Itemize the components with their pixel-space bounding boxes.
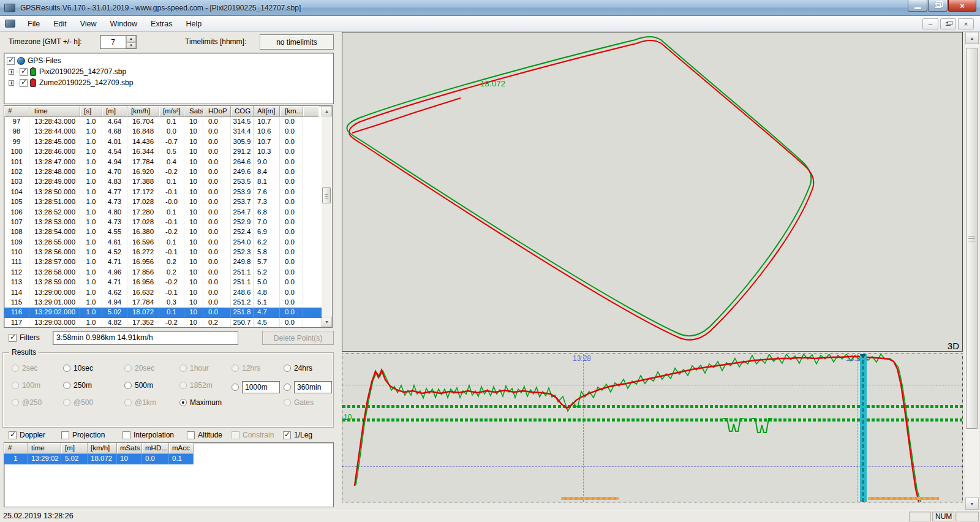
- table-scrollbar[interactable]: ▲ ▼: [322, 106, 332, 327]
- radio-icon[interactable]: [232, 365, 239, 372]
- radio-360min[interactable]: 360min: [284, 381, 332, 393]
- delete-points-button[interactable]: Delete Point(s): [262, 331, 334, 345]
- column-header[interactable]: COG: [231, 106, 254, 117]
- menu-edit[interactable]: Edit: [47, 17, 74, 31]
- timezone-spinner[interactable]: 7 ▲ ▼: [100, 35, 137, 49]
- radio-icon[interactable]: [284, 365, 291, 372]
- close-button[interactable]: ×: [948, 0, 976, 12]
- tree-file-item[interactable]: Pixi20190225_142707.sbp: [7, 66, 331, 77]
- radio-icon[interactable]: [63, 365, 70, 372]
- table-row[interactable]: 9913:28:45.0001.04.0114.436-0.7100.0305.…: [4, 137, 332, 147]
- scroll-down-icon[interactable]: ▼: [322, 317, 332, 327]
- table-row[interactable]: 10113:28:47.0001.04.9417.7840.4100.0264.…: [4, 157, 332, 167]
- radio-Maximum[interactable]: Maximum: [179, 398, 222, 407]
- mdi-restore-button[interactable]: [940, 18, 956, 29]
- checkbox-icon[interactable]: [9, 431, 17, 439]
- results-column-header[interactable]: #: [4, 443, 28, 454]
- table-row[interactable]: 10913:28:55.0001.04.6116.5960.1100.0254.…: [4, 238, 332, 248]
- checkbox-icon[interactable]: [61, 431, 69, 439]
- spinner-down-button[interactable]: ▼: [126, 42, 136, 49]
- radio-icon[interactable]: [12, 399, 19, 406]
- radio-12hrs[interactable]: 12hrs: [232, 364, 260, 373]
- track-map-panel[interactable]: 18.072 3D: [342, 32, 963, 352]
- tree-file-item[interactable]: Zume20190225_142709.sbp: [7, 77, 331, 88]
- radio-icon[interactable]: [124, 382, 132, 389]
- radio-100m[interactable]: 100m: [12, 381, 40, 390]
- checkbox-icon[interactable]: [283, 431, 291, 439]
- menu-extras[interactable]: Extras: [144, 17, 179, 31]
- column-header[interactable]: [km...: [280, 106, 303, 117]
- radio-icon[interactable]: [63, 399, 70, 406]
- radio-@250[interactable]: @250: [12, 398, 42, 407]
- table-row[interactable]: 11713:29:03.0001.04.8217.352-0.2100.2250…: [4, 318, 332, 328]
- radio-10sec[interactable]: 10sec: [63, 364, 93, 373]
- checkbox-1-leg[interactable]: 1/Leg: [283, 431, 312, 439]
- radio-icon[interactable]: [12, 365, 19, 372]
- table-row[interactable]: 10513:28:51.0001.04.7317.028-0.0100.0253…: [4, 197, 332, 207]
- column-header[interactable]: #: [4, 106, 29, 117]
- menu-help[interactable]: Help: [179, 17, 208, 31]
- table-row[interactable]: 11313:28:59.0001.04.7116.956-0.2100.0251…: [4, 278, 332, 287]
- radio-icon[interactable]: [284, 399, 291, 406]
- radio-icon[interactable]: [124, 399, 132, 406]
- radio-icon[interactable]: [179, 399, 187, 406]
- results-column-header[interactable]: time: [28, 443, 61, 454]
- radio-1852m[interactable]: 1852m: [179, 381, 213, 390]
- radio-icon[interactable]: [12, 382, 19, 389]
- main-scroll-up-icon[interactable]: ▲: [965, 32, 979, 44]
- mdi-close-button[interactable]: ×: [958, 18, 974, 29]
- results-column-header[interactable]: [km/h]: [88, 443, 117, 454]
- radio-icon[interactable]: [179, 382, 187, 389]
- no-timelimits-button[interactable]: no timelimits: [260, 34, 334, 50]
- radio-250m[interactable]: 250m: [63, 381, 92, 390]
- menu-view[interactable]: View: [74, 17, 104, 31]
- column-header[interactable]: [km/h]: [127, 106, 159, 117]
- main-scrollbar-thumb[interactable]: [966, 48, 978, 429]
- radio-500m[interactable]: 500m: [124, 381, 153, 390]
- radio-1000m[interactable]: 1000m: [232, 381, 280, 393]
- checkbox-interpolation[interactable]: Interpolation: [123, 431, 174, 439]
- time-cursor-bar[interactable]: [860, 354, 867, 502]
- radio-@1km[interactable]: @1km: [124, 398, 156, 407]
- table-row[interactable]: 10413:28:50.0001.04.7717.172-0.1100.0253…: [4, 187, 332, 197]
- radio-icon[interactable]: [284, 384, 291, 391]
- table-row[interactable]: 11413:29:00.0001.04.6216.632-0.1100.0248…: [4, 288, 332, 298]
- checkbox-doppler[interactable]: Doppler: [9, 431, 45, 439]
- table-row[interactable]: 11213:28:58.0001.04.9617.8560.2100.0251.…: [4, 268, 332, 278]
- mdi-minimize-button[interactable]: –: [922, 18, 938, 29]
- menu-file[interactable]: File: [21, 17, 47, 31]
- checkbox-constrain[interactable]: Constrain: [232, 431, 274, 439]
- column-header[interactable]: Sats: [184, 106, 203, 117]
- main-vertical-scrollbar[interactable]: ▲ ▼: [965, 32, 979, 510]
- scroll-up-icon[interactable]: ▲: [322, 106, 332, 116]
- filters-checkbox[interactable]: [9, 334, 17, 342]
- radio-@500[interactable]: @500: [63, 398, 93, 407]
- checkbox-icon[interactable]: [232, 431, 239, 439]
- column-header[interactable]: [s]: [80, 106, 102, 117]
- gps-files-checkbox[interactable]: [7, 57, 15, 65]
- table-row[interactable]: 10013:28:46.0001.04.5416.3440.5100.0291.…: [4, 147, 332, 157]
- table-row[interactable]: 11513:29:01.0001.04.9417.7840.3100.0251.…: [4, 298, 332, 308]
- table-row[interactable]: 11613:29:02.0001.05.0218.0720.1100.0251.…: [4, 308, 332, 317]
- table-row[interactable]: 11013:28:56.0001.04.5216.272-0.1100.0252…: [4, 248, 332, 257]
- results-column-header[interactable]: [m]: [61, 443, 88, 454]
- radio-20sec[interactable]: 20sec: [124, 364, 154, 373]
- main-scroll-down-icon[interactable]: ▼: [965, 497, 979, 510]
- table-row[interactable]: 11113:28:57.0001.04.7116.9560.2100.0249.…: [4, 257, 332, 267]
- column-header[interactable]: [m]: [102, 106, 127, 117]
- filters-summary-field[interactable]: 3:58min 0.986km 14.91km/h: [53, 331, 238, 345]
- checkbox-icon[interactable]: [187, 431, 195, 439]
- radio-icon[interactable]: [179, 365, 187, 372]
- table-row[interactable]: 9813:28:44.0001.04.6816.8480.0100.0314.4…: [4, 127, 332, 137]
- radio-1hour[interactable]: 1hour: [179, 364, 209, 373]
- column-header[interactable]: HDoP: [203, 106, 231, 117]
- expand-icon[interactable]: [9, 80, 14, 86]
- table-scrollbar-thumb[interactable]: [322, 187, 331, 203]
- column-header[interactable]: time: [29, 106, 80, 117]
- table-row[interactable]: 10313:28:49.0001.04.8317.3880.1100.0253.…: [4, 177, 332, 187]
- results-row[interactable]: 113:29:025.0218.072100.00.1: [4, 454, 194, 464]
- tree-root[interactable]: GPS-Files: [7, 55, 331, 66]
- checkbox-icon[interactable]: [123, 431, 130, 439]
- expand-icon[interactable]: [9, 69, 14, 75]
- radio-Gates[interactable]: Gates: [284, 398, 314, 407]
